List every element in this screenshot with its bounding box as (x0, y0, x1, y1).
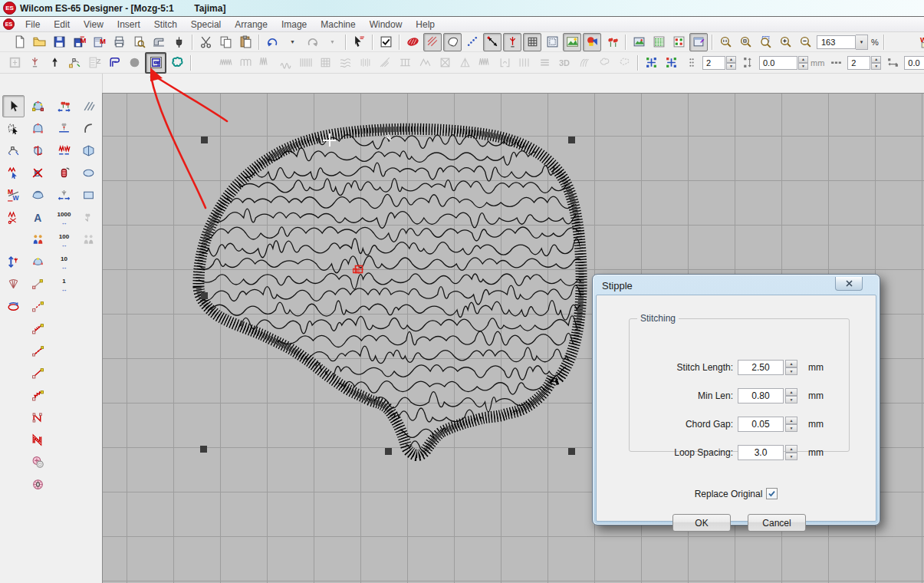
background-view-button[interactable] (563, 33, 581, 51)
cap-nodes-tool-button[interactable] (27, 251, 49, 273)
column-spacing-value[interactable]: 0.0 (904, 56, 924, 70)
outline-design-button[interactable] (168, 54, 186, 72)
scissors-fork-button[interactable] (2, 229, 25, 251)
needle-points-view-button[interactable] (463, 33, 482, 51)
stitch-select-button[interactable] (2, 162, 25, 184)
zigzag-run-button[interactable] (27, 384, 49, 407)
dialog-close-button[interactable] (835, 277, 863, 291)
stitch-length-input[interactable]: 2.50 (738, 360, 784, 375)
plant-tool-button[interactable] (53, 117, 75, 140)
run-stitch-button[interactable] (27, 295, 49, 318)
zoom-object-button[interactable] (736, 33, 755, 51)
row-spacing-value[interactable]: 0.0 (759, 56, 797, 70)
needle-updown-button[interactable] (2, 251, 25, 273)
reshape-nodes-button[interactable] (65, 54, 84, 72)
zigzag-cut-button[interactable] (2, 206, 25, 229)
menu-window[interactable]: Window (363, 18, 409, 31)
menu-stitch[interactable]: Stitch (147, 18, 184, 31)
fan-tool-button[interactable] (2, 273, 25, 295)
loop-spacing-spinner[interactable]: ▲▼ (785, 445, 797, 460)
remove-lettering-button[interactable]: B (27, 162, 49, 184)
needle-spacing-button[interactable] (53, 184, 75, 206)
document-menu-icon[interactable]: ES (3, 18, 15, 30)
zoom-level-combo[interactable]: 163 ▼ % (817, 35, 879, 50)
stitch-mw-button[interactable] (53, 140, 75, 162)
column-spacing-spinner[interactable]: 0.0 ▲▼mm (904, 56, 924, 70)
hatch-view-button[interactable] (423, 33, 442, 51)
outline-view-button[interactable] (443, 33, 462, 51)
send-to-machine-button[interactable] (150, 33, 168, 51)
buttonhole-button[interactable] (27, 451, 49, 473)
row-spacing-icon-button[interactable] (738, 54, 757, 72)
thread-colors-button[interactable] (649, 33, 668, 51)
spacing-1-button[interactable]: 1↔ (53, 273, 75, 295)
selection-handle-br[interactable] (568, 448, 575, 455)
fill-contour-button[interactable] (105, 54, 123, 72)
rotate-loop-button[interactable] (2, 295, 25, 318)
reshape-object-button[interactable] (27, 95, 49, 117)
zoom-dropdown-arrow-icon[interactable]: ▼ (856, 35, 868, 50)
stipple-fill-button[interactable] (145, 52, 166, 74)
menu-machine[interactable]: Machine (314, 18, 362, 31)
menu-help[interactable]: Help (409, 18, 442, 31)
undo-button[interactable] (263, 33, 281, 51)
menu-special[interactable]: Special (184, 18, 228, 31)
rectangle-tool-button[interactable] (77, 184, 100, 206)
ellipse-tool-button[interactable] (77, 162, 100, 184)
undo-dropdown-button[interactable]: ▼ (283, 33, 301, 51)
auto-options-button[interactable] (377, 33, 395, 51)
mw-ratio-button[interactable]: MW (2, 184, 25, 206)
fill-circle-button[interactable] (125, 54, 143, 72)
triple-run-button[interactable] (27, 318, 49, 340)
cancel-button[interactable]: Cancel (748, 514, 806, 532)
menu-file[interactable]: File (18, 18, 47, 31)
stitch-black-button[interactable] (45, 54, 64, 72)
zoom-box-button[interactable] (756, 33, 774, 51)
chord-gap-input[interactable]: 0.05 (738, 417, 784, 432)
select-by-color-button[interactable] (350, 33, 368, 51)
column-dashes-icon-button[interactable] (827, 54, 845, 72)
zoom-1-1-button[interactable] (716, 33, 735, 51)
selection-handle-tl[interactable] (201, 137, 208, 143)
connect-machine-button[interactable] (169, 33, 188, 51)
menu-view[interactable]: View (77, 18, 110, 31)
bitmap-tool-button[interactable] (630, 33, 648, 51)
cap-frame-button[interactable] (27, 184, 49, 206)
print-button[interactable] (110, 33, 128, 51)
row-count-spinner[interactable]: 2 ▲▼ (702, 56, 736, 70)
zoom-in-button[interactable] (776, 33, 794, 51)
single-run-button[interactable] (27, 362, 49, 384)
column-count-spinner[interactable]: 2 ▲▼ (847, 56, 881, 70)
mirror-merge-button[interactable] (27, 140, 49, 162)
reshape-dome-button[interactable] (27, 117, 49, 140)
reshape-node-button[interactable] (2, 140, 25, 162)
row-spacing-spinner[interactable]: 0.0 ▲▼mm (759, 56, 824, 70)
grid-view-button[interactable] (523, 33, 541, 51)
select-tool-button[interactable] (2, 95, 25, 117)
freehand-select-button[interactable] (2, 117, 25, 140)
selection-handle-bm[interactable] (385, 448, 392, 455)
closed-object-button[interactable] (27, 429, 49, 451)
replace-original-checkbox[interactable] (766, 488, 778, 499)
insert-machine-file-button[interactable]: W (917, 33, 924, 51)
menu-image[interactable]: Image (275, 18, 314, 31)
spacing-10-button[interactable]: 10↔ (53, 251, 75, 273)
color-film-button[interactable] (669, 33, 688, 51)
loop-spacing-input[interactable]: 3.0 (738, 445, 784, 460)
design-properties-button[interactable]: M (90, 33, 108, 51)
stipple-dialog-titlebar[interactable]: Stipple (596, 278, 876, 293)
more-options-button[interactable] (682, 54, 700, 72)
menu-arrange[interactable]: Arrange (228, 18, 275, 31)
overview-window-button[interactable] (689, 33, 708, 51)
slant-lines-tool-button[interactable] (77, 95, 100, 117)
min-len-input[interactable]: 0.80 (738, 388, 784, 403)
selection-handle-tr[interactable] (568, 137, 575, 143)
column-spacing-icon-button[interactable] (883, 54, 902, 72)
row-count-updown[interactable]: ▲▼ (726, 56, 736, 70)
line-nodes-tool-button[interactable] (27, 273, 49, 295)
shapes-view-button[interactable] (583, 33, 601, 51)
bobbin-tool-button[interactable] (53, 162, 75, 184)
hoop-view-button[interactable] (543, 33, 561, 51)
selection-handle-ml[interactable] (201, 292, 208, 299)
stitch-view-button[interactable] (403, 33, 422, 51)
